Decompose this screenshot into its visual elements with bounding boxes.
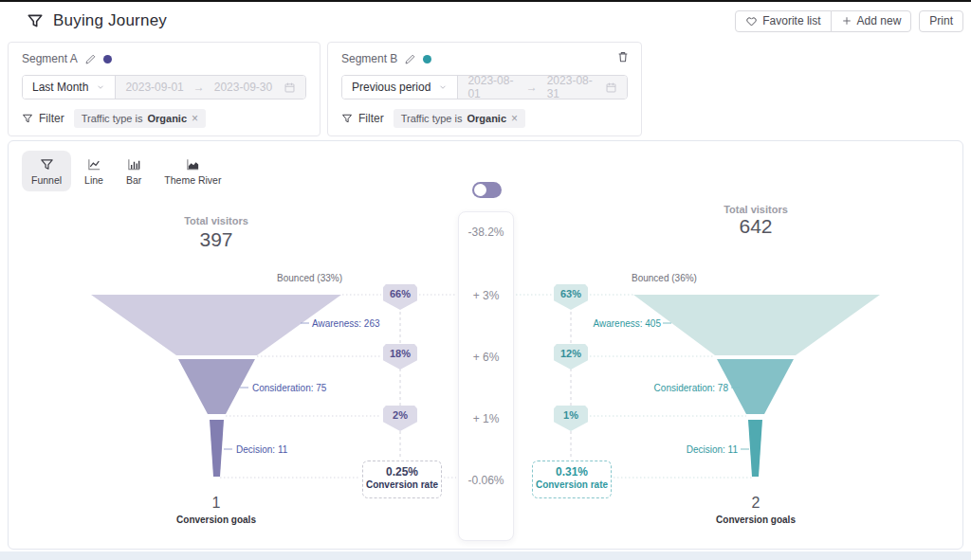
filter-funnel-icon bbox=[22, 113, 33, 124]
stage-pct-badge-b-consideration: 12% bbox=[554, 344, 588, 370]
stage-label-b-decision: Decision: 11 bbox=[624, 444, 738, 455]
segment-b-card: Segment B Previous period 2023-08-01 → 2… bbox=[327, 42, 642, 136]
delete-segment-trash-icon[interactable] bbox=[616, 50, 630, 63]
favorite-list-button[interactable]: Favorite list bbox=[735, 10, 831, 32]
comparison-consideration-delta: + 1% bbox=[459, 412, 513, 425]
filter-funnel-icon bbox=[341, 113, 353, 124]
segment-a-color-dot bbox=[103, 55, 112, 63]
segment-a-date-from: 2023-09-01 bbox=[125, 81, 183, 94]
stage-pct-badge-a-decision: 2% bbox=[383, 406, 417, 431]
page-header: Buying Journey Favorite list Add new Pri… bbox=[0, 2, 971, 40]
segment-b-period-select[interactable]: Previous period bbox=[342, 76, 458, 99]
segment-b-filter-row: Filter Traffic type is Organic × bbox=[341, 109, 525, 128]
segment-a-period-select[interactable]: Last Month bbox=[23, 76, 116, 99]
tab-theme-river[interactable]: Theme River bbox=[155, 151, 230, 191]
conversion-rate-box-b: 0.31% Conversion rate bbox=[532, 461, 612, 498]
chip-close-icon[interactable]: × bbox=[192, 112, 198, 125]
conversion-rate-value-a: 0.25% bbox=[363, 465, 441, 479]
header-actions: Favorite list Add new Print bbox=[735, 10, 963, 32]
filter-label: Filter bbox=[39, 112, 64, 125]
segment-a-filter-chip[interactable]: Traffic type is Organic × bbox=[74, 109, 206, 128]
stage-label-a-consideration: Consideration: 75 bbox=[252, 383, 326, 393]
funnel-b-awareness-shape bbox=[633, 295, 880, 355]
chip-value: Organic bbox=[147, 113, 187, 124]
stage-pct-badge-a-awareness: 66% bbox=[383, 284, 417, 310]
segment-b-header: Segment B bbox=[341, 52, 431, 65]
chevron-down-icon bbox=[96, 82, 105, 92]
segment-a-card: Segment A Last Month 2023-09-01 → 2023-0… bbox=[8, 42, 321, 136]
segment-a-date-range[interactable]: 2023-09-01 → 2023-09-30 bbox=[116, 76, 305, 99]
tab-bar[interactable]: Bar bbox=[117, 151, 151, 191]
chart-type-tabs: Funnel Line Bar Theme River bbox=[22, 151, 230, 191]
conversion-rate-label-b: Conversion rate bbox=[533, 479, 611, 490]
bounced-label-a: Bounced (33%) bbox=[198, 273, 342, 283]
conversion-goals-label-b: Conversion goals bbox=[661, 515, 851, 525]
bounced-label-b: Bounced (36%) bbox=[632, 273, 776, 283]
funnel-b-decision-shape bbox=[748, 420, 762, 477]
stage-label-b-awareness: Awareness: 405 bbox=[547, 318, 661, 329]
comparison-awareness-delta: + 6% bbox=[459, 351, 513, 364]
comparison-total-visitors-delta: -38.2% bbox=[459, 226, 513, 239]
stage-label-a-decision: Decision: 11 bbox=[236, 444, 287, 455]
stage-pct-badge-b-awareness: 63% bbox=[554, 284, 588, 310]
tab-label: Bar bbox=[126, 174, 141, 186]
heart-icon bbox=[745, 15, 758, 27]
add-new-label: Add new bbox=[857, 14, 902, 27]
calendar-icon bbox=[605, 81, 617, 94]
bar-chart-icon bbox=[127, 157, 141, 172]
segment-b-filter-chip[interactable]: Traffic type is Organic × bbox=[394, 109, 525, 128]
comparison-conversion-delta: -0.06% bbox=[459, 474, 513, 487]
segment-b-filter-button[interactable]: Filter bbox=[341, 112, 384, 125]
segment-a-filter-button[interactable]: Filter bbox=[22, 112, 64, 125]
buying-journey-page: Buying Journey Favorite list Add new Pri… bbox=[0, 0, 971, 560]
tab-funnel[interactable]: Funnel bbox=[22, 151, 71, 191]
total-visitors-label-b: Total visitors bbox=[661, 204, 851, 215]
chip-field: Traffic type is bbox=[82, 113, 143, 124]
conversion-rate-value-b: 0.31% bbox=[533, 465, 611, 479]
print-button[interactable]: Print bbox=[919, 10, 963, 32]
segment-a-header: Segment A bbox=[22, 52, 112, 65]
stage-label-b-consideration: Consideration: 78 bbox=[614, 383, 728, 393]
tab-line[interactable]: Line bbox=[75, 151, 113, 191]
favorite-list-label: Favorite list bbox=[762, 14, 820, 27]
total-visitors-value-b: 642 bbox=[661, 215, 851, 238]
print-label: Print bbox=[929, 14, 953, 27]
stage-pct-badge-a-consideration: 18% bbox=[383, 344, 417, 370]
segment-a-filter-row: Filter Traffic type is Organic × bbox=[22, 109, 206, 128]
funnel-a-awareness-shape bbox=[91, 295, 341, 355]
plus-icon bbox=[841, 15, 852, 27]
segment-b-period-control: Previous period 2023-08-01 → 2023-08-31 bbox=[341, 75, 628, 99]
toggle-knob bbox=[474, 184, 486, 196]
arrow-right-icon: → bbox=[193, 81, 205, 94]
conversion-rate-box-a: 0.25% Conversion rate bbox=[362, 461, 442, 498]
funnel-a-consideration-shape bbox=[178, 359, 255, 414]
chip-field: Traffic type is bbox=[401, 113, 463, 124]
conversion-goals-value-a: 1 bbox=[121, 495, 311, 512]
stage-pct-badge-b-decision: 1% bbox=[554, 406, 588, 431]
edit-pencil-icon[interactable] bbox=[84, 53, 97, 65]
calendar-icon bbox=[284, 81, 296, 94]
conversion-goals-value-b: 2 bbox=[661, 495, 851, 512]
line-chart-icon bbox=[87, 157, 101, 172]
stage-label-a-awareness: Awareness: 263 bbox=[312, 318, 380, 329]
segment-a-period-control: Last Month 2023-09-01 → 2023-09-30 bbox=[22, 75, 306, 99]
funnel-icon bbox=[27, 12, 44, 29]
add-new-button[interactable]: Add new bbox=[831, 10, 912, 32]
edit-pencil-icon[interactable] bbox=[404, 53, 416, 65]
segment-b-name: Segment B bbox=[341, 52, 397, 65]
compare-mode-toggle[interactable] bbox=[472, 182, 502, 198]
segment-b-date-to: 2023-08-31 bbox=[547, 75, 595, 99]
segment-b-period-value: Previous period bbox=[352, 81, 431, 94]
segment-a-date-to: 2023-09-30 bbox=[214, 81, 272, 94]
segment-b-date-range[interactable]: 2023-08-01 → 2023-08-31 bbox=[458, 76, 627, 99]
segment-a-name: Segment A bbox=[22, 52, 78, 65]
segment-b-color-dot bbox=[423, 55, 431, 63]
arrow-right-icon: → bbox=[526, 81, 538, 94]
comparison-strip: -38.2% + 3% + 6% + 1% -0.06% bbox=[458, 211, 514, 541]
chip-close-icon[interactable]: × bbox=[511, 112, 518, 125]
theme-river-icon bbox=[186, 157, 200, 172]
funnel-a-decision-shape bbox=[210, 420, 224, 477]
total-visitors-value-a: 397 bbox=[121, 228, 311, 251]
chip-value: Organic bbox=[467, 113, 506, 124]
total-visitors-label-a: Total visitors bbox=[121, 215, 311, 226]
